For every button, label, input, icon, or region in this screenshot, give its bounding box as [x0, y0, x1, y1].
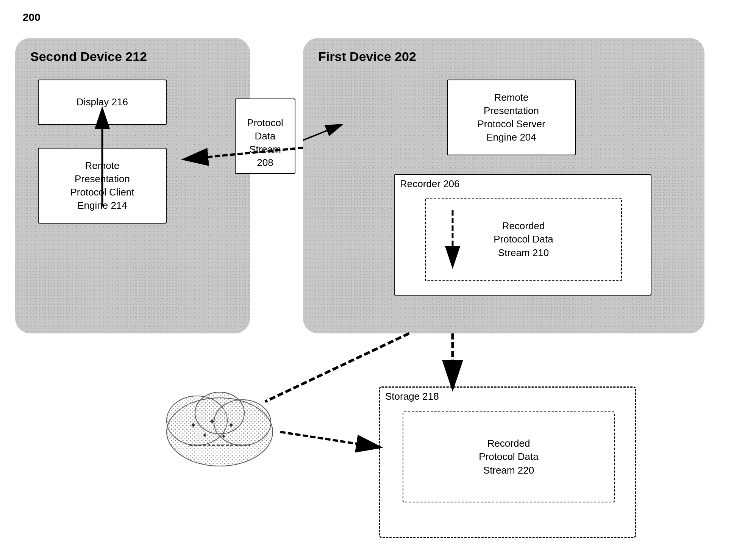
recorded-stream-220-box: Recorded Protocol Data Stream 220: [403, 411, 615, 502]
recorded-stream-210-box: Recorded Protocol Data Stream 210: [425, 198, 622, 281]
recorder-title: Recorder 206: [395, 175, 651, 191]
svg-text:✦: ✦: [202, 432, 208, 439]
svg-text:✦: ✦: [221, 433, 226, 440]
display-label: Display 216: [77, 95, 128, 109]
client-engine-label: Remote Presentation Protocol Client Engi…: [70, 159, 134, 212]
recorded-stream-210-label: Recorded Protocol Data Stream 210: [494, 219, 553, 259]
server-engine-label: Remote Presentation Protocol Server Engi…: [477, 91, 545, 144]
second-device-title: Second Device 212: [30, 49, 239, 64]
storage-outer-box: Storage 218 Recorded Protocol Data Strea…: [379, 386, 636, 538]
svg-text:✦: ✦: [209, 417, 216, 426]
cloud-to-storage-arrow: [280, 432, 379, 447]
recorded-stream-220-label: Recorded Protocol Data Stream 220: [479, 437, 539, 477]
network-cloud: ✦ ✦ ✦ ✦ ✦: [159, 379, 280, 477]
display-box: Display 216: [38, 80, 167, 125]
second-device-container: Second Device 212 Display 216 Remote Pre…: [15, 38, 250, 333]
protocol-stream-box: Protocol Data Stream 208: [235, 99, 295, 174]
page-number: 200: [23, 11, 41, 23]
svg-text:✦: ✦: [228, 421, 234, 430]
svg-text:✦: ✦: [190, 421, 197, 430]
recorder-outer-box: Recorder 206 Recorded Protocol Data Stre…: [394, 174, 651, 296]
client-engine-box: Remote Presentation Protocol Client Engi…: [38, 148, 167, 224]
server-engine-box: Remote Presentation Protocol Server Engi…: [447, 80, 576, 155]
svg-point-5: [195, 392, 244, 434]
first-device-container: First Device 202 Remote Presentation Pro…: [303, 38, 704, 333]
protocol-stream-label: Protocol Data Stream 208: [247, 117, 283, 168]
storage-title: Storage 218: [380, 388, 635, 404]
first-device-title: First Device 202: [318, 49, 693, 64]
